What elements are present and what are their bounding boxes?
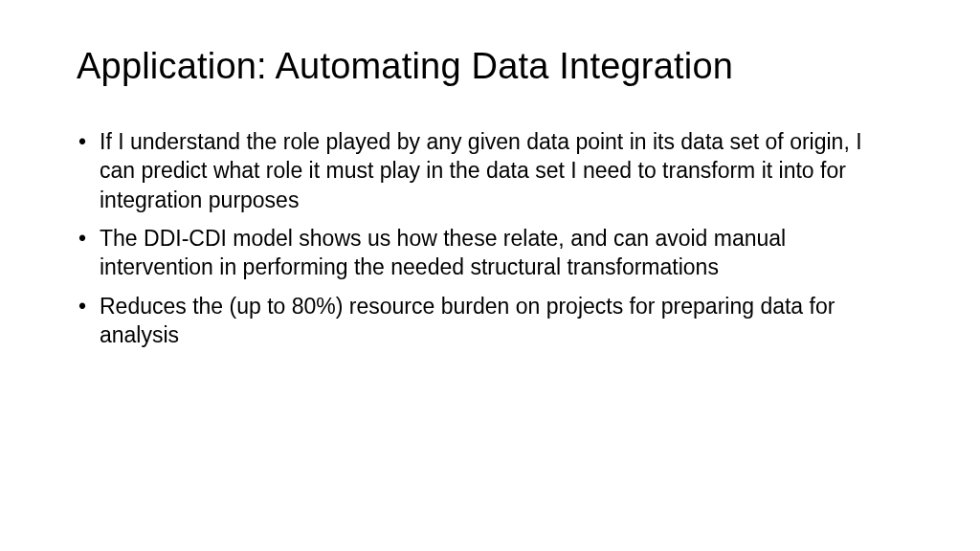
list-item: If I understand the role played by any g… (77, 127, 903, 214)
slide-title: Application: Automating Data Integration (77, 46, 903, 87)
list-item: Reduces the (up to 80%) resource burden … (77, 292, 903, 350)
bullet-list: If I understand the role played by any g… (77, 127, 903, 350)
list-item: The DDI-CDI model shows us how these rel… (77, 224, 903, 282)
